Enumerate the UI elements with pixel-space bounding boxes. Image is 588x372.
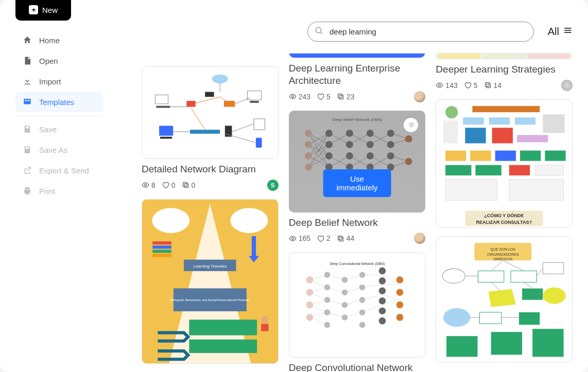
- search-input[interactable]: [307, 22, 534, 42]
- svg-rect-162: [487, 84, 491, 88]
- svg-rect-33: [183, 183, 187, 187]
- svg-rect-193: [511, 271, 537, 282]
- svg-line-74: [350, 155, 370, 167]
- svg-line-55: [308, 133, 329, 144]
- sidebar-item-import[interactable]: Import: [15, 71, 103, 92]
- svg-line-126: [362, 285, 382, 288]
- svg-point-196: [543, 287, 566, 304]
- sidebar-item-label: Export & Send: [39, 166, 89, 175]
- plus-icon: ＋: [29, 5, 38, 14]
- svg-rect-22: [160, 137, 172, 139]
- sidebar-item-print: Print: [15, 181, 103, 201]
- template-thumbnail: [142, 66, 279, 159]
- template-meta: 8 0 0 S: [142, 180, 279, 191]
- likes: 0: [162, 181, 176, 189]
- svg-rect-192: [478, 271, 504, 282]
- main-content: All: [111, 0, 588, 372]
- template-card-enterprise[interactable]: Deep Learning Enterprise Architecture 24…: [289, 53, 426, 102]
- copies: 44: [337, 234, 355, 242]
- likes: 5: [317, 93, 331, 101]
- svg-point-95: [366, 129, 373, 136]
- svg-line-208: [524, 282, 532, 288]
- svg-point-133: [306, 276, 313, 284]
- list-icon: [562, 25, 573, 38]
- svg-rect-53: [338, 94, 342, 98]
- svg-line-56: [308, 133, 329, 155]
- thumb-caption-1: ¿CÓMO Y DÓNDE: [485, 212, 524, 218]
- svg-line-4: [320, 32, 322, 34]
- svg-point-101: [387, 152, 394, 159]
- filter-all[interactable]: All: [548, 25, 573, 38]
- use-immediately-button[interactable]: Use immediately: [323, 169, 391, 197]
- svg-point-155: [378, 308, 386, 315]
- sidebar-item-label: Import: [39, 77, 61, 86]
- sidebar-item-open[interactable]: Open: [15, 50, 103, 71]
- svg-line-58: [308, 133, 329, 144]
- template-thumbnail: Deep Convolutional Network (DBN): [289, 252, 426, 358]
- template-card-belief[interactable]: Deep Belief Network (DBN): [289, 111, 426, 244]
- svg-line-25: [191, 108, 205, 130]
- import-icon: [23, 77, 32, 86]
- svg-rect-13: [186, 101, 195, 107]
- svg-point-99: [387, 129, 394, 136]
- filter-label: All: [548, 26, 559, 38]
- template-card-learning-theories[interactable]: Learning Theories Biological, Behavioral…: [142, 199, 279, 364]
- template-card-deeper[interactable]: Deeper Learning Strategies 143 5 14: [436, 53, 573, 91]
- svg-point-51: [291, 96, 293, 98]
- template-title: Deep Belief Network: [289, 217, 426, 229]
- svg-rect-52: [339, 95, 343, 99]
- template-card-detailed-network[interactable]: Detailed Network Diagram 8 0 0 S: [142, 66, 279, 191]
- svg-rect-16: [156, 106, 170, 108]
- svg-point-141: [324, 322, 330, 328]
- template-meta: 243 5 23: [289, 91, 426, 102]
- svg-point-83: [305, 129, 312, 136]
- svg-rect-172: [492, 128, 513, 143]
- svg-point-135: [306, 302, 313, 309]
- template-card-como[interactable]: ¿CÓMO Y DÓNDE REALIZAR CONSULTAS?: [436, 99, 573, 228]
- svg-point-91: [346, 129, 353, 136]
- svg-line-206: [537, 268, 543, 276]
- svg-rect-177: [520, 150, 541, 161]
- svg-rect-14: [224, 101, 235, 107]
- svg-point-147: [359, 285, 365, 291]
- svg-rect-19: [250, 101, 258, 103]
- svg-point-134: [306, 289, 313, 296]
- template-meta: 143 5 14: [436, 80, 573, 91]
- sidebar-item-templates[interactable]: Templates: [15, 92, 103, 112]
- svg-rect-21: [159, 126, 173, 135]
- svg-rect-47: [189, 320, 257, 335]
- svg-point-143: [341, 290, 348, 296]
- svg-point-138: [324, 285, 330, 291]
- favorite-button[interactable]: [404, 118, 418, 132]
- template-thumbnail: Learning Theories Biological, Behavioral…: [142, 199, 279, 364]
- save-as-icon: [23, 145, 32, 154]
- svg-rect-29: [256, 138, 262, 148]
- search-icon: [315, 26, 324, 38]
- svg-line-63: [308, 155, 329, 167]
- svg-rect-48: [189, 340, 257, 353]
- svg-marker-194: [489, 289, 516, 307]
- gallery-col-2: Deep Learning Enterprise Architecture 24…: [289, 53, 426, 372]
- svg-rect-107: [338, 236, 342, 240]
- svg-point-144: [341, 302, 348, 308]
- svg-rect-41: [152, 254, 171, 257]
- svg-line-64: [308, 133, 329, 167]
- svg-rect-27: [254, 119, 265, 130]
- svg-line-69: [329, 155, 350, 167]
- template-card-organizadores[interactable]: QUE SON LOS ORGANIZADORES GRÁFICOS: [436, 236, 573, 362]
- template-thumbnail: QUE SON LOS ORGANIZADORES GRÁFICOS: [436, 236, 573, 362]
- new-button[interactable]: ＋ New: [15, 0, 71, 21]
- svg-point-140: [324, 310, 330, 316]
- svg-point-160: [396, 314, 403, 321]
- svg-line-204: [503, 260, 524, 271]
- sidebar-item-home[interactable]: Home: [15, 30, 103, 50]
- svg-rect-50: [261, 324, 268, 331]
- svg-rect-106: [339, 237, 343, 241]
- svg-point-105: [291, 237, 293, 239]
- svg-line-57: [308, 133, 329, 167]
- svg-rect-168: [489, 117, 510, 125]
- svg-point-153: [378, 288, 386, 295]
- svg-rect-38: [152, 241, 171, 244]
- template-card-convolutional[interactable]: Deep Convolutional Network (DBN): [289, 252, 426, 372]
- svg-point-158: [396, 289, 403, 296]
